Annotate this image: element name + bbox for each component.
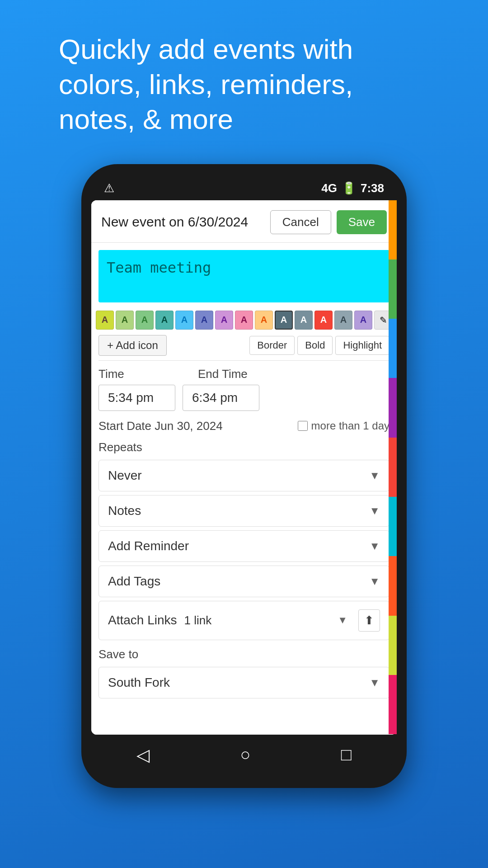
time-display: 7:38: [361, 181, 384, 195]
side-tab-9[interactable]: [389, 675, 397, 734]
event-title-input[interactable]: [99, 250, 389, 302]
header-buttons: Cancel Save: [270, 210, 387, 234]
time-labels: Time End Time: [99, 367, 389, 381]
add-tags-label: Add Tags: [108, 574, 160, 589]
attach-links-label: Attach Links: [108, 613, 177, 627]
color-swatch-6[interactable]: A: [215, 311, 233, 330]
notes-label: Notes: [108, 504, 141, 518]
bold-button[interactable]: Bold: [297, 336, 333, 355]
recent-apps-button[interactable]: □: [341, 745, 352, 764]
notes-chevron-down-icon: ▼: [369, 505, 380, 517]
format-buttons: Border Bold Highlight: [249, 336, 389, 355]
repeats-chevron-down-icon: ▼: [369, 469, 380, 482]
side-tab-5[interactable]: [389, 438, 397, 497]
screen: New event on 6/30/2024 Cancel Save AAAAA…: [91, 200, 397, 735]
link-count: 1 link: [184, 613, 212, 627]
warning-icon: ⚠: [104, 181, 114, 195]
add-reminder-dropdown[interactable]: Add Reminder ▼: [99, 530, 389, 562]
headline: Quickly add events with colors, links, r…: [50, 0, 438, 164]
status-left: ⚠: [104, 181, 114, 195]
more-than-1-day-checkbox[interactable]: [298, 421, 308, 431]
color-swatch-11[interactable]: A: [314, 311, 333, 330]
border-button[interactable]: Border: [249, 336, 295, 355]
reminder-chevron-down-icon: ▼: [369, 540, 380, 552]
more-than-1-day-label[interactable]: more than 1 day: [298, 420, 389, 432]
right-tabs: [389, 200, 397, 735]
time-section: Time End Time 5:34 pm 6:34 pm: [91, 361, 397, 415]
save-to-value: South Fork: [108, 675, 170, 690]
phone-frame: ⚠ 4G 🔋 7:38 New event on 6/30/: [81, 164, 407, 788]
time-inputs: 5:34 pm 6:34 pm: [99, 385, 389, 411]
start-time-input[interactable]: 5:34 pm: [99, 385, 175, 411]
side-tab-3[interactable]: [389, 319, 397, 378]
attach-links-row[interactable]: Attach Links 1 link ▼ ⬆: [99, 601, 389, 640]
color-swatch-1[interactable]: A: [116, 311, 134, 330]
color-swatch-8[interactable]: A: [255, 311, 273, 330]
status-right: 4G 🔋 7:38: [321, 181, 384, 195]
repeats-value: Never: [108, 468, 142, 483]
add-tags-dropdown[interactable]: Add Tags ▼: [99, 566, 389, 597]
date-row: Start Date Jun 30, 2024 more than 1 day: [91, 415, 397, 438]
signal-indicator: 4G: [321, 181, 337, 195]
side-tab-2[interactable]: [389, 259, 397, 319]
status-bar: ⚠ 4G 🔋 7:38: [91, 177, 397, 200]
format-row: + Add icon Border Bold Highlight: [91, 332, 397, 360]
color-swatch-5[interactable]: A: [195, 311, 213, 330]
highlight-button[interactable]: Highlight: [335, 336, 389, 355]
start-date-text: Start Date Jun 30, 2024: [99, 419, 223, 433]
color-swatch-12[interactable]: A: [334, 311, 352, 330]
more-than-1-day-text: more than 1 day: [311, 420, 389, 432]
side-tab-1[interactable]: [389, 200, 397, 259]
attach-chevron-down-icon: ▼: [338, 614, 347, 626]
end-time-input[interactable]: 6:34 pm: [183, 385, 259, 411]
color-swatch-10[interactable]: A: [295, 311, 313, 330]
notes-dropdown[interactable]: Notes ▼: [99, 495, 389, 527]
add-reminder-label: Add Reminder: [108, 539, 189, 553]
form-container: New event on 6/30/2024 Cancel Save AAAAA…: [91, 200, 397, 735]
save-button[interactable]: Save: [337, 210, 387, 234]
color-swatch-4[interactable]: A: [175, 311, 193, 330]
form-header: New event on 6/30/2024 Cancel Save: [91, 200, 397, 243]
color-swatch-13[interactable]: A: [354, 311, 372, 330]
side-tab-6[interactable]: [389, 497, 397, 556]
screen-wrapper: New event on 6/30/2024 Cancel Save AAAAA…: [91, 200, 397, 735]
battery-indicator: 🔋: [342, 181, 356, 195]
color-swatch-row: AAAAAAAAAAAAAA✎: [91, 308, 397, 332]
time-label: Time: [99, 367, 198, 381]
repeats-dropdown[interactable]: Never ▼: [99, 460, 389, 491]
upload-button[interactable]: ⬆: [358, 609, 380, 632]
saveto-chevron-down-icon: ▼: [369, 676, 380, 689]
home-button[interactable]: ○: [240, 745, 251, 764]
repeats-label: Repeats: [91, 438, 397, 456]
color-swatch-2[interactable]: A: [136, 311, 154, 330]
color-swatch-0[interactable]: A: [96, 311, 114, 330]
form-title: New event on 6/30/2024: [101, 214, 248, 230]
add-icon-button[interactable]: + Add icon: [99, 335, 167, 356]
side-tab-8[interactable]: [389, 616, 397, 675]
side-tab-7[interactable]: [389, 556, 397, 615]
tags-chevron-down-icon: ▼: [369, 575, 380, 588]
side-tab-4[interactable]: [389, 378, 397, 437]
color-swatch-3[interactable]: A: [155, 311, 174, 330]
nav-bar: ◁ ○ □: [91, 735, 397, 775]
color-swatch-9[interactable]: A: [275, 311, 293, 330]
cancel-button[interactable]: Cancel: [270, 210, 331, 234]
color-swatch-7[interactable]: A: [235, 311, 253, 330]
back-button[interactable]: ◁: [136, 745, 150, 765]
save-to-dropdown[interactable]: South Fork ▼: [99, 667, 389, 698]
save-to-label: Save to: [91, 644, 397, 663]
end-time-label: End Time: [198, 367, 248, 381]
